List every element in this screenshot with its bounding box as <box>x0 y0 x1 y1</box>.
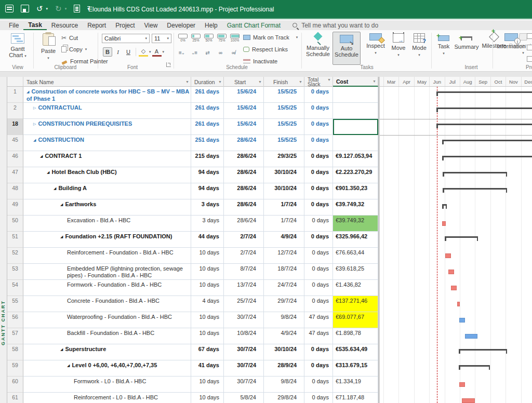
finish-date-cell[interactable]: 15/5/25 <box>264 119 304 135</box>
task-name-cell[interactable]: Embedded MEP (lightning protection, sewa… <box>23 264 191 280</box>
start-date-cell[interactable]: 10/8/24 <box>224 328 264 344</box>
background-color-caret-icon[interactable]: ▾ <box>149 50 151 54</box>
bold-button[interactable]: B <box>103 47 112 57</box>
row-number[interactable]: 45 <box>7 135 23 151</box>
ribbon-tab-project[interactable]: Project <box>111 20 139 30</box>
row-number[interactable]: 1 <box>7 87 23 103</box>
gantt-chart-view-button[interactable]: Gantt Chart ▾ <box>4 32 31 59</box>
total-slack-cell[interactable]: 0 days <box>304 135 333 151</box>
column-header-task-name[interactable]: Task Name▼ <box>23 77 191 87</box>
column-header-cost[interactable]: Cost▼ <box>333 77 378 87</box>
finish-filter-icon[interactable]: ▼ <box>299 80 302 84</box>
start-date-cell[interactable]: 28/6/24 <box>224 183 264 199</box>
total-slack-cell[interactable]: 47 days <box>304 312 333 328</box>
collapse-outline-icon[interactable]: ◢ <box>60 347 63 351</box>
task-name-cell[interactable]: ◢Earthworks <box>23 199 191 216</box>
gantt-summary-bar[interactable] <box>459 349 507 353</box>
ribbon-tab-resource[interactable]: Resource <box>47 20 83 30</box>
cost-cell[interactable]: €535.634,49 <box>333 344 378 360</box>
finish-date-cell[interactable]: 9/8/24 <box>264 312 304 328</box>
table-row[interactable]: 53Embedded MEP (lightning protection, se… <box>7 264 378 280</box>
table-row[interactable]: 60Formwork - L0 - Bld.A - HBC10 days30/7… <box>7 377 378 393</box>
gantt-critical-task-bar[interactable] <box>457 302 460 306</box>
row-number[interactable]: 61 <box>7 393 23 403</box>
start-date-cell[interactable]: 30/7/24 <box>224 377 264 393</box>
underline-button[interactable]: U <box>124 47 133 57</box>
table-row[interactable]: 56Waterproofing - Foundation - Bld.A - H… <box>7 312 378 328</box>
row-number[interactable]: 46 <box>7 151 23 167</box>
duration-cell[interactable]: 10 days <box>191 248 224 264</box>
task-name-cell[interactable]: ◢CONSTRUCTION <box>23 135 191 151</box>
start-date-cell[interactable]: 5/8/24 <box>224 393 264 403</box>
total-slack-cell[interactable]: 0 days <box>304 103 333 119</box>
insert-summary-button[interactable]: + Summary <box>453 32 480 50</box>
row-number[interactable]: 50 <box>7 216 23 232</box>
gantt-summary-bar[interactable] <box>436 108 532 112</box>
finish-date-cell[interactable]: 24/7/24 <box>264 280 304 296</box>
table-row[interactable]: 50Excavation - Bld.A - HBC3 days28/6/241… <box>7 216 378 232</box>
collapse-outline-icon[interactable]: ◢ <box>26 90 29 93</box>
cost-cell[interactable]: €901.350,23 <box>333 183 378 199</box>
finish-date-cell[interactable]: 29/3/25 <box>264 151 304 167</box>
cost-cell[interactable] <box>333 135 378 151</box>
finish-date-cell[interactable]: 15/5/25 <box>264 87 304 103</box>
row-number[interactable]: 47 <box>7 167 23 183</box>
cost-cell[interactable]: €313.679,15 <box>333 360 378 377</box>
inspect-button[interactable]: Inspect▾ <box>364 32 388 56</box>
task-name-cell[interactable]: ◢CONTRACT 1 <box>23 151 191 167</box>
gantt-task-bar[interactable] <box>459 318 465 323</box>
task-name-cell[interactable]: Backfill - Foundation - Bld.A - HBC <box>23 328 191 344</box>
row-number[interactable]: 18 <box>7 119 23 135</box>
cost-cell[interactable]: €39.749,32 <box>333 199 378 216</box>
duration-cell[interactable]: 215 days <box>191 151 224 167</box>
task-name-cell[interactable]: Waterproofing - Foundation - Bld.A - HBC <box>23 312 191 328</box>
cost-cell[interactable]: €1.334,19 <box>333 377 378 393</box>
table-row[interactable]: 46◢CONTRACT 1215 days28/6/2429/3/250 day… <box>7 151 378 167</box>
finish-date-cell[interactable]: 1/7/24 <box>264 199 304 216</box>
ribbon-tab-file[interactable]: File <box>4 20 23 30</box>
task-name-cell[interactable]: Reinforcement - Foundation - Bld.A - HBC <box>23 248 191 264</box>
row-number[interactable]: 60 <box>7 377 23 393</box>
start-date-cell[interactable]: 28/6/24 <box>224 167 264 183</box>
table-row[interactable]: 48◢Building A94 days28/6/2430/10/240 day… <box>7 183 378 199</box>
background-color-button[interactable]: ◇ <box>139 47 148 57</box>
start-date-cell[interactable]: 15/6/24 <box>224 119 264 135</box>
column-header-total-slack[interactable]: Total Slack▼ <box>304 77 333 87</box>
gantt-summary-bar[interactable] <box>443 172 507 176</box>
total-slack-cell[interactable]: 0 days <box>304 167 333 183</box>
undo-icon[interactable]: ↺ <box>36 5 43 12</box>
copy-button[interactable]: Copy▾ <box>61 46 87 52</box>
finish-date-cell[interactable]: 30/10/24 <box>264 167 304 183</box>
table-row[interactable]: 51◢Foundation +2.15 (RAFT FOUNDATION)44 … <box>7 232 378 248</box>
italic-button[interactable]: I <box>113 47 123 57</box>
ribbon-tab-task[interactable]: Task <box>23 20 46 30</box>
table-row[interactable]: 58◢Superstructure67 days30/7/2430/10/240… <box>7 344 378 360</box>
finish-date-cell[interactable]: 15/5/25 <box>264 135 304 151</box>
duration-cell[interactable]: 10 days <box>191 328 224 344</box>
gantt-task-bar[interactable] <box>465 334 477 339</box>
duration-filter-icon[interactable]: ▼ <box>218 80 222 84</box>
row-number[interactable]: 49 <box>7 199 23 216</box>
unlink-tasks-icon[interactable]: ∞̸ <box>229 49 238 56</box>
cost-cell[interactable]: €325.966,42 <box>333 232 378 248</box>
table-row[interactable]: 1◢Construction of concrete works for HBC… <box>7 87 378 103</box>
cost-cell[interactable]: €1.898,78 <box>333 328 378 344</box>
cost-cell[interactable]: €1.436,82 <box>333 280 378 296</box>
cost-cell[interactable]: €39.618,25 <box>333 264 378 280</box>
gantt-summary-bar[interactable] <box>445 236 478 240</box>
duration-cell[interactable]: 10 days <box>191 393 224 403</box>
table-row[interactable]: 54Formwork - Foundation - Bld.A - HBC10 … <box>7 280 378 296</box>
manually-schedule-button[interactable]: Manually Schedule <box>304 32 331 57</box>
task-name-cell[interactable]: Concrete - Foundation - Bld.A - HBC <box>23 296 191 312</box>
row-number[interactable]: 59 <box>7 360 23 377</box>
start-date-cell[interactable]: 15/6/24 <box>224 87 264 103</box>
total-slack-cell[interactable]: 0 days <box>304 119 333 135</box>
indent-task-icon[interactable]: ₊≡ <box>190 49 199 56</box>
start-date-cell[interactable]: 28/6/24 <box>224 216 264 232</box>
total-slack-filter-icon[interactable]: ▼ <box>327 77 331 82</box>
gantt-summary-bar[interactable] <box>436 91 532 96</box>
notes-icon[interactable] <box>527 33 532 39</box>
font-color-caret-icon[interactable]: ▾ <box>163 50 165 54</box>
insert-task-button[interactable]: + Task▾ <box>434 32 453 57</box>
respect-links-button[interactable]: Respect Links <box>243 46 288 52</box>
